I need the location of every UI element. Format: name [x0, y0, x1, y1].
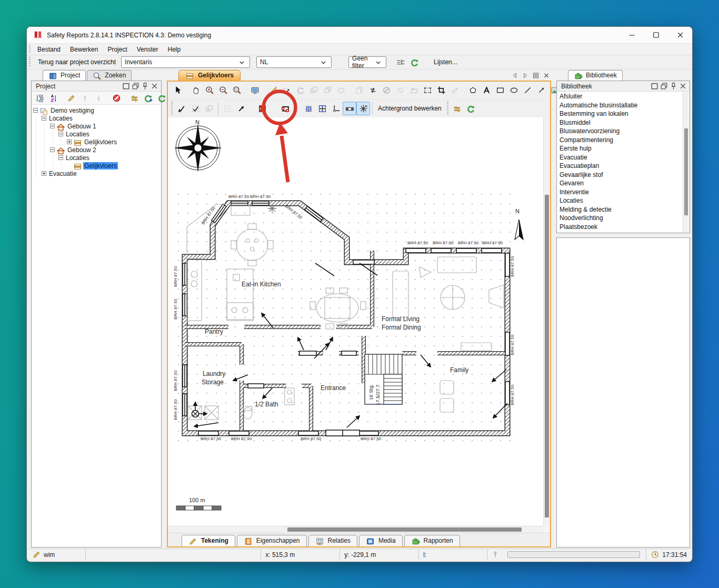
panel-float-icon[interactable] — [659, 82, 668, 91]
library-scrollbar[interactable] — [683, 92, 689, 232]
tab-list-icon[interactable] — [532, 72, 540, 79]
tree-row[interactable]: Locaties — [32, 154, 161, 162]
maximize-button[interactable] — [644, 27, 668, 43]
library-item[interactable]: Plaatsbezoek — [557, 223, 689, 232]
menu-bewerken[interactable]: Bewerken — [65, 45, 103, 54]
select-rect-icon[interactable] — [421, 84, 434, 97]
swap-arrows-icon[interactable] — [451, 102, 464, 115]
filter-connector-icon[interactable] — [394, 55, 407, 69]
tab-media[interactable]: Media — [359, 535, 403, 546]
library-item[interactable]: Bluswatervoorziening — [557, 127, 689, 136]
cursor-icon[interactable] — [171, 84, 185, 97]
fit-frame-icon[interactable] — [315, 102, 329, 115]
tree-item-locaties[interactable]: Locaties — [65, 154, 91, 162]
lists-button[interactable]: Lijsten... — [428, 57, 463, 67]
tree-item-evacuatie[interactable]: Evacuatie — [48, 170, 78, 177]
collapse-icon[interactable] — [50, 124, 55, 128]
tree-item-gelijkvloers[interactable]: Gelijkvloers — [83, 162, 118, 170]
tree-row[interactable]: Evacuatie — [32, 170, 161, 177]
zoom-in-icon[interactable] — [203, 84, 216, 97]
crop-icon[interactable] — [434, 84, 448, 97]
tab-rapporten[interactable]: Rapporten — [404, 535, 460, 546]
horizontal-scroll-thumb[interactable] — [287, 527, 522, 532]
language-select[interactable]: NL — [256, 56, 332, 68]
library-item[interactable]: Evacuatieplan — [557, 162, 689, 171]
library-item[interactable]: Eerste hulp — [557, 144, 689, 153]
panel-pin-icon[interactable] — [140, 82, 149, 91]
tree-item-gebouw-1[interactable]: Gebouw 1 — [66, 123, 97, 130]
tab-prev-icon[interactable] — [511, 72, 518, 79]
draw-line-icon[interactable] — [521, 84, 534, 97]
close-button[interactable] — [668, 27, 692, 43]
tab-eigenschappen[interactable]: Eigenschappen — [237, 535, 307, 546]
snap-check-icon[interactable] — [175, 102, 188, 115]
library-item[interactable]: Automatische blusinstallatie — [557, 101, 689, 110]
library-item[interactable]: Noodverlichting — [557, 214, 689, 223]
panel-maximize-icon[interactable] — [121, 82, 131, 91]
refresh-icon[interactable] — [464, 102, 478, 115]
panel-float-icon[interactable] — [131, 82, 140, 91]
draw-ellipse-icon[interactable] — [507, 84, 521, 97]
tree-item-gelijkvloers[interactable]: Gelijkvloers — [83, 138, 118, 146]
draw-arrow-icon[interactable] — [534, 84, 548, 97]
minimize-button[interactable] — [620, 27, 644, 43]
axes-arrows-icon[interactable] — [329, 102, 343, 115]
filter-select[interactable]: Geen filter — [348, 56, 386, 68]
panel-close-icon[interactable] — [149, 82, 159, 91]
refresh-plus-icon[interactable] — [141, 91, 155, 105]
scale-ruler-icon[interactable] — [343, 102, 356, 115]
draw-poly-icon[interactable] — [466, 84, 480, 97]
draw-rect-icon[interactable] — [493, 84, 507, 97]
rename-icon[interactable] — [64, 91, 78, 105]
zoom-out-icon[interactable] — [216, 84, 230, 97]
library-item[interactable]: Melding & detectie — [557, 205, 689, 214]
panel-pin-icon[interactable] — [668, 82, 678, 91]
tree-row[interactable]: Demo vestiging — [32, 106, 161, 114]
frame-handles-icon[interactable] — [278, 102, 292, 115]
block-icon[interactable] — [109, 91, 123, 105]
tree-row[interactable]: Gebouw 1 — [32, 122, 161, 130]
library-item[interactable]: Locaties — [557, 196, 689, 205]
north-star-icon[interactable] — [356, 102, 370, 115]
tree-item-demo-vestiging[interactable]: Demo vestiging — [49, 107, 95, 114]
tree-row[interactable]: Gelijkvloers — [32, 138, 161, 146]
library-item[interactable]: Compartimentering — [557, 136, 689, 145]
tree-row[interactable]: Gebouw 2 — [32, 146, 161, 154]
tab-project[interactable]: Project — [43, 70, 86, 81]
collapse-icon[interactable] — [50, 147, 55, 152]
tab-bibliotheek[interactable]: Bibliotheek — [568, 70, 623, 81]
panel-close-icon[interactable] — [678, 82, 687, 91]
expand-icon[interactable] — [42, 171, 46, 176]
draw-text-icon[interactable] — [480, 84, 493, 97]
library-item[interactable]: Interventie — [557, 188, 689, 197]
library-item[interactable]: Afsluiter — [557, 92, 689, 101]
loop-icon[interactable] — [366, 84, 380, 97]
tree-row[interactable]: Locaties — [32, 114, 161, 122]
menu-bestand[interactable]: Bestand — [33, 45, 65, 54]
arrow-ne-icon[interactable] — [234, 102, 248, 115]
tab-gelijkvloers[interactable]: Gelijkvloers — [178, 70, 241, 81]
vertical-scrollbar[interactable] — [543, 117, 550, 526]
tree-row[interactable]: Gelijkvloers — [32, 162, 161, 170]
sort-alpha-icon[interactable] — [46, 91, 60, 105]
menu-help[interactable]: Help — [163, 45, 185, 54]
library-item[interactable]: Gevaarlijke stof — [557, 171, 689, 180]
set-square-icon[interactable] — [266, 84, 279, 97]
inventory-select[interactable]: Inventaris — [121, 56, 250, 68]
panel-maximize-icon[interactable] — [650, 82, 659, 91]
grid-blue-icon[interactable] — [302, 102, 315, 115]
tab-close-icon[interactable] — [543, 72, 550, 79]
sort-structure-icon[interactable] — [33, 91, 46, 105]
zoom-area-icon[interactable] — [230, 84, 244, 97]
background-edit-button[interactable]: Achtergrond bewerken — [375, 105, 445, 112]
tab-tekening[interactable]: Tekening — [182, 535, 235, 546]
collapse-icon[interactable] — [58, 132, 63, 136]
vertical-scroll-thumb[interactable] — [545, 195, 549, 517]
library-item[interactable]: Blusmiddel — [557, 118, 689, 127]
floorplan-canvas[interactable]: NBRH 87.50BRH 87.50BRH 87.50BRH 87.50BRH… — [168, 117, 543, 526]
tree-item-locaties[interactable]: Locaties — [65, 131, 91, 138]
tab-next-icon[interactable] — [522, 72, 529, 79]
hand-icon[interactable] — [189, 84, 203, 97]
tree-item-locaties[interactable]: Locaties — [48, 115, 74, 122]
swap-arrows-icon[interactable] — [127, 91, 141, 105]
